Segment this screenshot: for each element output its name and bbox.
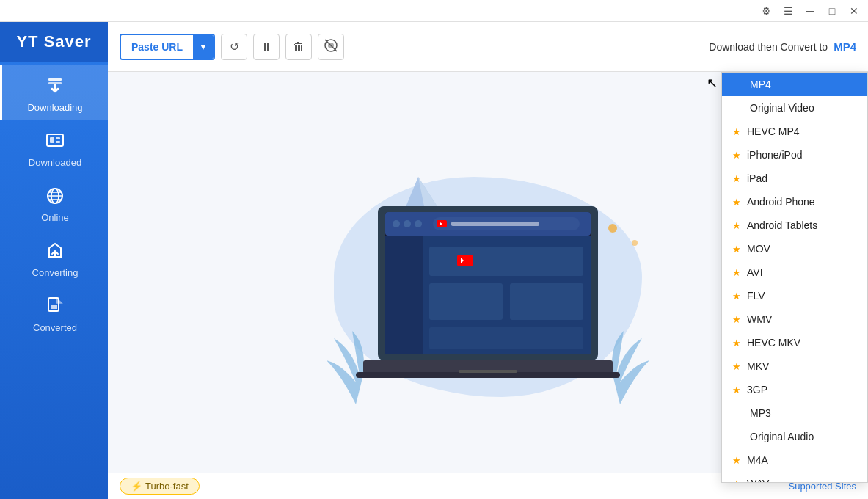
dropdown-item-mp4[interactable]: MP4 xyxy=(722,73,867,96)
paste-url-button[interactable]: Paste URL ▼ xyxy=(120,34,215,60)
dropdown-item-wav[interactable]: ★WAV xyxy=(722,472,867,483)
main-content: Paste URL ▼ ↺ ⏸ 🗑 xyxy=(108,22,868,499)
dropdown-item-m4a[interactable]: ★M4A xyxy=(722,448,867,472)
dropdown-item-label: FLV xyxy=(747,290,765,302)
dropdown-item-original-audio[interactable]: Original Audio xyxy=(722,425,867,448)
star-icon: ★ xyxy=(732,197,741,208)
sidebar-item-downloaded[interactable]: Downloaded xyxy=(0,120,108,175)
svg-point-21 xyxy=(632,240,638,246)
dropdown-item-avi[interactable]: ★AVI xyxy=(722,261,867,284)
star-icon: ★ xyxy=(732,361,741,372)
sidebar-label-converting: Converting xyxy=(32,267,79,278)
turbo-icon: ⚡ xyxy=(131,481,142,492)
toolbar-right: Download then Convert to MP4 xyxy=(709,40,856,53)
maximize-button[interactable]: □ xyxy=(821,0,843,22)
svg-rect-50 xyxy=(459,370,517,373)
mask-icon xyxy=(324,38,338,56)
star-icon: ★ xyxy=(732,126,741,137)
dropdown-item-label: HEVC MKV xyxy=(747,337,800,349)
app-logo: YT Saver xyxy=(0,22,108,62)
pause-button[interactable]: ⏸ xyxy=(253,34,280,60)
svg-rect-1 xyxy=(48,82,62,84)
dropdown-item-label: Original Video xyxy=(750,102,814,114)
svg-rect-39 xyxy=(451,222,539,226)
sidebar-item-downloading[interactable]: Downloading xyxy=(0,65,108,120)
paste-url-dropdown-arrow[interactable]: ▼ xyxy=(193,35,214,59)
app-container: YT Saver Downloading xyxy=(0,22,868,499)
star-icon: ★ xyxy=(732,173,741,184)
dropdown-item-label: iPad xyxy=(747,172,767,184)
refresh-button[interactable]: ↺ xyxy=(221,34,247,60)
star-icon: ★ xyxy=(732,338,741,349)
svg-rect-4 xyxy=(56,137,60,139)
dropdown-item-iphone-ipod[interactable]: ★iPhone/iPod xyxy=(722,143,867,167)
svg-rect-45 xyxy=(429,327,583,349)
svg-rect-43 xyxy=(429,283,503,320)
download-convert-label: Download then Convert to xyxy=(709,41,828,53)
star-icon: ★ xyxy=(732,478,741,484)
turbo-label: Turbo-fast xyxy=(145,481,189,492)
svg-rect-42 xyxy=(429,247,583,276)
star-icon: ★ xyxy=(732,267,741,278)
svg-rect-46 xyxy=(457,255,473,266)
sidebar-item-converting[interactable]: Converting xyxy=(0,230,108,285)
svg-point-33 xyxy=(393,220,400,227)
dropdown-item-hevc-mp4[interactable]: ★HEVC MP4 xyxy=(722,120,867,143)
dropdown-item-label: WAV xyxy=(747,478,769,483)
dropdown-item-hevc-mkv[interactable]: ★HEVC MKV xyxy=(722,331,867,354)
mask-button[interactable] xyxy=(318,34,344,60)
refresh-icon: ↺ xyxy=(230,40,239,54)
star-icon: ★ xyxy=(732,385,741,396)
dropdown-item-label: iPhone/iPod xyxy=(747,149,803,161)
format-selector-link[interactable]: MP4 xyxy=(834,40,856,53)
star-icon: ★ xyxy=(732,455,741,466)
sidebar: YT Saver Downloading xyxy=(0,22,108,499)
dropdown-item-ipad[interactable]: ★iPad xyxy=(722,167,867,190)
sidebar-nav: Downloading Downloaded xyxy=(0,62,108,340)
online-icon xyxy=(45,186,65,209)
dropdown-item-label: HEVC MP4 xyxy=(747,125,800,137)
sidebar-item-online[interactable]: Online xyxy=(0,175,108,230)
dropdown-item-android-tablets[interactable]: ★Android Tablets xyxy=(722,214,867,237)
star-icon: ★ xyxy=(732,314,741,325)
svg-point-34 xyxy=(404,220,411,227)
format-dropdown[interactable]: MP4Original Video★HEVC MP4★iPhone/iPod★i… xyxy=(721,72,868,483)
dropdown-item-label: Android Phone xyxy=(747,196,815,208)
svg-rect-2 xyxy=(47,134,63,146)
star-icon: ★ xyxy=(732,220,741,231)
svg-rect-44 xyxy=(510,283,583,320)
dropdown-item-mov[interactable]: ★MOV xyxy=(722,237,867,261)
minimize-button[interactable]: ─ xyxy=(799,0,821,22)
dropdown-item-wmv[interactable]: ★WMV xyxy=(722,307,867,331)
settings-titlebar-button[interactable]: ⚙ xyxy=(755,0,777,22)
dropdown-item-3gp[interactable]: ★3GP xyxy=(722,378,867,401)
dropdown-item-label: AVI xyxy=(747,266,763,278)
sidebar-item-converted[interactable]: Converted xyxy=(0,285,108,340)
dropdown-item-original-video[interactable]: Original Video xyxy=(722,96,867,120)
menu-titlebar-button[interactable]: ☰ xyxy=(777,0,799,22)
dropdown-item-label: WMV xyxy=(747,313,772,325)
illustration xyxy=(304,118,671,426)
sidebar-label-downloaded: Downloaded xyxy=(29,157,81,168)
dropdown-item-mkv[interactable]: ★MKV xyxy=(722,354,867,378)
dropdown-item-android-phone[interactable]: ★Android Phone xyxy=(722,190,867,214)
close-button[interactable]: ✕ xyxy=(843,0,865,22)
sidebar-label-downloading: Downloading xyxy=(27,102,82,113)
delete-button[interactable]: 🗑 xyxy=(285,34,312,60)
dropdown-item-mp3[interactable]: MP3 xyxy=(722,401,867,425)
svg-point-35 xyxy=(415,220,422,227)
star-icon: ★ xyxy=(732,244,741,255)
dropdown-item-label: MP3 xyxy=(750,407,771,419)
dropdown-item-flv[interactable]: ★FLV xyxy=(722,284,867,307)
svg-rect-3 xyxy=(50,137,54,143)
dropdown-item-label: 3GP xyxy=(747,384,767,396)
converted-icon xyxy=(45,296,65,319)
dropdown-item-label: Original Audio xyxy=(750,431,814,442)
star-icon: ★ xyxy=(732,291,741,302)
delete-icon: 🗑 xyxy=(293,40,304,54)
svg-rect-0 xyxy=(48,78,62,81)
downloaded-icon xyxy=(45,131,65,154)
star-icon: ★ xyxy=(732,150,741,161)
turbo-badge: ⚡ Turbo-fast xyxy=(120,478,200,495)
download-icon xyxy=(45,76,65,99)
